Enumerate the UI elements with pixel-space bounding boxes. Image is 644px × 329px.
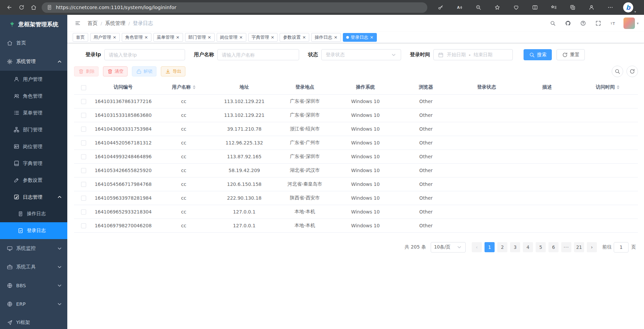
browser-action-button[interactable] — [454, 1, 466, 13]
sidebar-item[interactable]: 参数设置 — [0, 172, 67, 189]
close-icon[interactable]: × — [113, 35, 116, 39]
page-button[interactable]: 3 — [510, 242, 520, 252]
browser-action-button[interactable] — [567, 1, 579, 13]
sidebar-item[interactable]: ERP — [0, 295, 67, 313]
header-action-button[interactable] — [563, 18, 573, 28]
tab[interactable]: 菜单管理 × — [153, 33, 183, 42]
tab[interactable]: 操作日志 × — [311, 33, 341, 42]
status-select[interactable]: 登录状态 — [321, 49, 401, 60]
browser-action-button[interactable] — [548, 1, 560, 13]
sidebar-item[interactable]: Yi框架 — [0, 313, 67, 329]
close-icon[interactable]: × — [144, 35, 148, 39]
cell-os: Windows 10 — [335, 108, 396, 122]
browser-action-button[interactable] — [604, 1, 616, 13]
browser-action-button[interactable] — [491, 1, 503, 13]
row-checkbox[interactable] — [81, 127, 86, 132]
close-icon[interactable]: × — [302, 35, 306, 39]
clear-button[interactable]: 清空 — [103, 66, 128, 76]
row-checkbox[interactable] — [81, 168, 86, 173]
tabs-bar: 首页 用户管理 × 角色管理 × 菜单管理 × 部门管理 — [67, 32, 644, 43]
row-checkbox[interactable] — [81, 196, 86, 201]
page-button[interactable]: 5 — [536, 242, 546, 252]
reset-button[interactable]: 重置 — [557, 49, 585, 60]
bing-copilot-icon[interactable]: b ▾ — [623, 2, 633, 12]
tab[interactable]: 字典管理 × — [248, 33, 278, 42]
date-range-picker[interactable]: 开始日期 - 结束日期 — [433, 49, 513, 60]
login-ip-input[interactable] — [104, 49, 185, 60]
header-action-button[interactable] — [608, 18, 618, 28]
sidebar-item[interactable]: 系统管理 — [0, 52, 67, 71]
tab[interactable]: 角色管理 × — [122, 33, 151, 42]
sidebar-item[interactable]: 系统监控 — [0, 239, 67, 258]
show-search-button[interactable] — [612, 66, 623, 77]
close-icon[interactable]: × — [334, 35, 337, 39]
goto-page-input[interactable] — [614, 242, 629, 253]
tab[interactable]: 参数设置 × — [280, 33, 309, 42]
row-checkbox[interactable] — [81, 182, 86, 187]
page-button[interactable]: 4 — [523, 242, 533, 252]
sidebar-item[interactable]: 首页 — [0, 34, 67, 52]
sort-toggle[interactable] — [617, 85, 619, 89]
tab[interactable]: 岗位管理 × — [217, 33, 246, 42]
tab-label: 首页 — [76, 34, 85, 40]
sidebar-item[interactable]: 菜单管理 — [0, 104, 67, 121]
sidebar-item[interactable]: 操作日志 — [0, 205, 67, 222]
browser-nav-button[interactable] — [28, 1, 40, 13]
row-checkbox[interactable] — [81, 209, 86, 215]
row-checkbox[interactable] — [81, 113, 86, 118]
sidebar-item[interactable]: 系统工具 — [0, 258, 67, 276]
browser-action-button[interactable] — [529, 1, 541, 13]
close-icon[interactable]: × — [239, 35, 243, 39]
app-logo[interactable]: 意框架管理系统 — [0, 15, 67, 34]
close-icon[interactable]: × — [176, 35, 180, 39]
sidebar-item[interactable]: BBS — [0, 276, 67, 295]
page-button[interactable]: 6 — [548, 242, 559, 252]
address-bar[interactable]: https://ccnetcore.com:1101/system/log/lo… — [42, 2, 427, 13]
page-button[interactable]: 21 — [574, 242, 584, 252]
close-icon[interactable]: × — [370, 35, 373, 39]
browser-nav-button[interactable] — [3, 1, 15, 13]
page-size-select[interactable]: 10条/页 — [431, 242, 466, 253]
username-input[interactable] — [217, 49, 299, 60]
select-all-checkbox[interactable] — [81, 85, 86, 90]
page-button[interactable]: 2 — [497, 242, 507, 252]
close-icon[interactable]: × — [271, 35, 275, 39]
close-icon[interactable]: × — [208, 35, 211, 39]
header-action-button[interactable] — [548, 18, 558, 28]
export-button[interactable]: 导出 — [161, 66, 185, 76]
browser-action-button[interactable] — [585, 1, 598, 13]
next-page-button[interactable]: › — [587, 242, 597, 252]
tab[interactable]: 用户管理 × — [90, 33, 120, 42]
breadcrumb-home[interactable]: 首页 — [87, 20, 98, 27]
browser-nav-button[interactable] — [15, 1, 28, 13]
page-button[interactable]: ··· — [561, 242, 571, 252]
search-button[interactable]: 搜索 — [524, 49, 552, 60]
collapse-menu-button[interactable] — [73, 18, 83, 28]
sidebar-item[interactable]: 日志管理 — [0, 189, 67, 205]
tab[interactable]: 部门管理 × — [185, 33, 215, 42]
sidebar-item[interactable]: 登录日志 — [0, 222, 67, 239]
header-action-button[interactable] — [578, 18, 588, 28]
row-checkbox[interactable] — [81, 154, 86, 159]
header-action-button[interactable] — [593, 18, 603, 28]
breadcrumb-system[interactable]: 系统管理 — [105, 20, 125, 27]
user-avatar[interactable]: ▾ — [623, 18, 639, 29]
sort-toggle[interactable] — [193, 85, 195, 89]
sidebar-item[interactable]: 角色管理 — [0, 88, 67, 104]
sidebar-item[interactable]: 岗位管理 — [0, 138, 67, 155]
browser-action-button[interactable] — [435, 1, 447, 13]
page-button[interactable]: 1 — [485, 242, 495, 252]
sidebar-item[interactable]: 部门管理 — [0, 121, 67, 138]
sidebar-item[interactable]: 用户管理 — [0, 71, 67, 88]
row-checkbox[interactable] — [81, 140, 86, 145]
browser-action-button[interactable] — [472, 1, 485, 13]
sidebar-item[interactable]: 字典管理 — [0, 155, 67, 172]
row-checkbox[interactable] — [81, 223, 86, 228]
browser-action-button[interactable] — [510, 1, 522, 13]
tab[interactable]: 首页 — [73, 33, 88, 42]
tab[interactable]: 登录日志 × — [343, 33, 377, 42]
download-icon — [165, 68, 171, 74]
refresh-table-button[interactable] — [627, 66, 638, 77]
row-checkbox[interactable] — [81, 99, 86, 104]
zoomout-icon — [475, 4, 481, 10]
